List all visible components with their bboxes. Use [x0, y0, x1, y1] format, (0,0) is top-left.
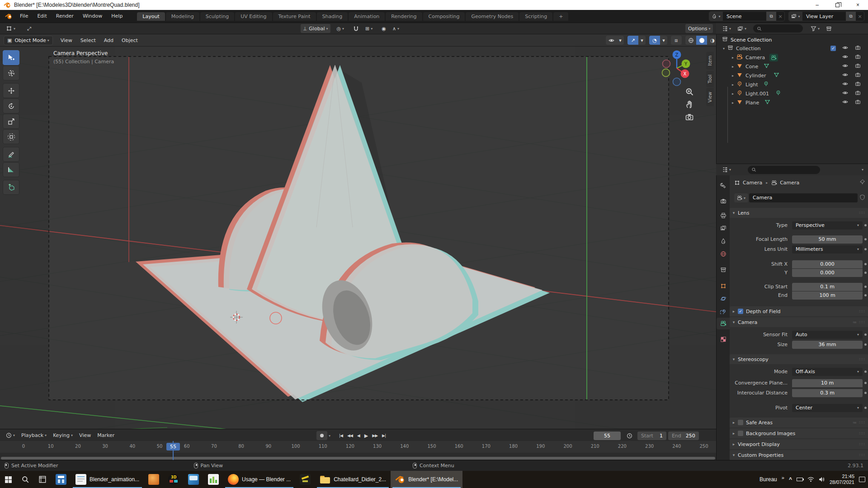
tab-constraints-properties[interactable]	[717, 293, 730, 305]
expand-arrow[interactable]: ▸	[732, 83, 734, 87]
snap-target-dropdown[interactable]: ⊞▾	[362, 24, 376, 33]
tab-geometry-nodes[interactable]: Geometry Nodes	[466, 12, 519, 21]
collection-checkbox[interactable]: ✓	[830, 46, 836, 51]
outliner-row-light[interactable]: ▸ Light	[717, 80, 868, 89]
outliner-row-cone[interactable]: ▸ Cone	[717, 62, 868, 71]
gizmos-toggle[interactable]: ↗	[627, 36, 638, 45]
datablock-name-field[interactable]: Camera	[749, 193, 858, 202]
viewport-menu-select[interactable]: Select	[76, 38, 100, 43]
overlays-caret[interactable]: ▾	[660, 36, 667, 45]
cone-eye-icon[interactable]	[842, 63, 848, 70]
notification-center-icon[interactable]	[859, 477, 865, 482]
section-depth-of-field[interactable]: ▸✓ Depth of Field∷∷	[730, 306, 868, 316]
xray-toggle[interactable]: ⧈	[671, 36, 682, 45]
shading-wireframe-button[interactable]	[685, 36, 696, 45]
clip-end-field[interactable]: 100 m	[792, 291, 863, 300]
shading-solid-button[interactable]	[696, 36, 707, 45]
clock[interactable]: 21:45 28/07/2021	[830, 474, 854, 485]
taskbar-calculator-icon[interactable]	[51, 471, 71, 488]
clip-start-field[interactable]: 0.1 m	[792, 283, 863, 291]
sidebar-tab-tool[interactable]: Tool	[706, 71, 714, 87]
tab-layout[interactable]: Layout	[137, 12, 165, 21]
fake-user-shield-icon[interactable]	[859, 194, 865, 200]
axis-neg-z[interactable]	[673, 78, 681, 86]
timeline-track-area[interactable]	[0, 453, 716, 456]
timeline-ruler[interactable]: 0102030405060708090100110120130140150160…	[0, 441, 716, 453]
wifi-icon[interactable]	[807, 477, 814, 482]
view-layer-icon[interactable]: ▾	[789, 12, 802, 21]
collection-eye-icon[interactable]	[842, 45, 848, 52]
anim-dot[interactable]	[864, 333, 867, 336]
dof-checkbox[interactable]: ✓	[738, 309, 743, 314]
menu-render[interactable]: Render	[52, 12, 78, 21]
tab-tool-properties[interactable]	[717, 180, 730, 192]
tool-add-cube[interactable]	[3, 180, 19, 195]
gizmos-caret[interactable]: ▾	[638, 36, 646, 45]
tray-expand-arrow[interactable]: ^	[789, 476, 792, 483]
timeline-scrollbar[interactable]	[0, 456, 716, 460]
tab-compositing[interactable]: Compositing	[423, 12, 465, 21]
tab-modeling[interactable]: Modeling	[166, 12, 199, 21]
next-keyframe-button[interactable]: ▶▶	[370, 433, 380, 438]
collection-expand-arrow[interactable]: ▾	[723, 47, 725, 51]
properties-editor-type[interactable]: ▾	[719, 165, 734, 174]
anim-dot[interactable]	[864, 294, 867, 296]
lens-unit-dropdown[interactable]: Millimeters▾	[792, 245, 863, 253]
play-button[interactable]: ▶	[362, 433, 370, 439]
tab-uv-editing[interactable]: UV Editing	[235, 12, 272, 21]
pivot-point-dropdown[interactable]: ◎▾	[333, 24, 347, 33]
taskbar-blender-window[interactable]: Blender* [E:\Model...	[391, 471, 462, 488]
scene-unlink-icon[interactable]: ×	[776, 12, 784, 21]
use-preview-range-icon[interactable]	[623, 431, 636, 440]
scene-selector[interactable]: ▾ Scene ⧉ ×	[709, 11, 785, 21]
chevrons-label[interactable]: »	[782, 475, 784, 480]
background-images-checkbox[interactable]	[738, 431, 743, 436]
tab-texture-paint[interactable]: Texture Paint	[273, 12, 316, 21]
plane-eye-icon[interactable]	[842, 99, 848, 106]
pan-hand-icon[interactable]	[685, 100, 694, 109]
outliner-row-cylinder[interactable]: ▸ Cylinder	[717, 71, 868, 80]
blender-menu-icon[interactable]	[5, 13, 13, 20]
anim-dot[interactable]	[864, 371, 867, 373]
play-reverse-button[interactable]: ◀	[355, 433, 362, 438]
section-camera[interactable]: ▾Camera≔∷∷	[730, 317, 868, 327]
timeline-menu-playback[interactable]: Playback▾	[18, 431, 50, 440]
anim-dot[interactable]	[864, 248, 867, 250]
tab-sculpting[interactable]: Sculpting	[200, 12, 234, 21]
jump-to-start-button[interactable]: |◀	[337, 433, 345, 438]
anim-dot[interactable]	[864, 238, 867, 240]
taskbar-character-app-icon[interactable]	[144, 471, 164, 488]
tab-scene-properties[interactable]	[717, 235, 730, 247]
timeline-menu-view[interactable]: View	[76, 431, 94, 440]
tab-shading[interactable]: Shading	[317, 12, 348, 21]
outliner-filter-funnel[interactable]: ▾	[807, 24, 823, 33]
camera-view-icon[interactable]	[685, 113, 694, 122]
axis-neg-y[interactable]	[662, 69, 670, 77]
tool-annotate[interactable]	[3, 147, 19, 162]
tool-cursor[interactable]	[3, 66, 19, 80]
mode-dropdown[interactable]: ▣ Object Mode▾	[4, 36, 53, 45]
tab-view-layer-properties[interactable]	[717, 222, 730, 234]
tab-collection-properties[interactable]	[717, 264, 730, 276]
expand-arrow[interactable]: ▸	[732, 56, 734, 60]
anim-dot[interactable]	[864, 286, 867, 288]
taskbar-firefox-window[interactable]: Usage — Blender ...	[223, 471, 295, 488]
tool-measure[interactable]	[3, 162, 19, 177]
scrollbar-thumb[interactable]	[1, 457, 715, 460]
section-lens[interactable]: ▾Lens∷∷	[730, 208, 868, 218]
tool-transform[interactable]	[3, 129, 19, 144]
section-background-images[interactable]: ▸ Background Images∷∷	[730, 428, 868, 438]
outliner-row-scene-collection[interactable]: Scene Collection	[717, 35, 868, 44]
taskbar-search-button[interactable]	[17, 471, 34, 488]
navigation-gizmo[interactable]: Z Y X	[651, 47, 701, 88]
outliner-filter-icon[interactable]: ▾	[734, 24, 750, 33]
t ab-world-properties[interactable]	[717, 248, 730, 260]
menu-file[interactable]: File	[15, 12, 33, 21]
tab-output-properties[interactable]	[717, 210, 730, 221]
proportional-falloff-dropdown[interactable]: ∧▾	[389, 24, 402, 33]
cylinder-eye-icon[interactable]	[842, 72, 848, 79]
view-layer-unlink-icon[interactable]: ×	[856, 12, 864, 21]
tab-object-properties[interactable]	[717, 280, 730, 292]
viewport-3d[interactable]: Camera Perspective (55) Collection | Cam…	[0, 47, 716, 429]
close-button[interactable]: ×	[848, 0, 868, 10]
